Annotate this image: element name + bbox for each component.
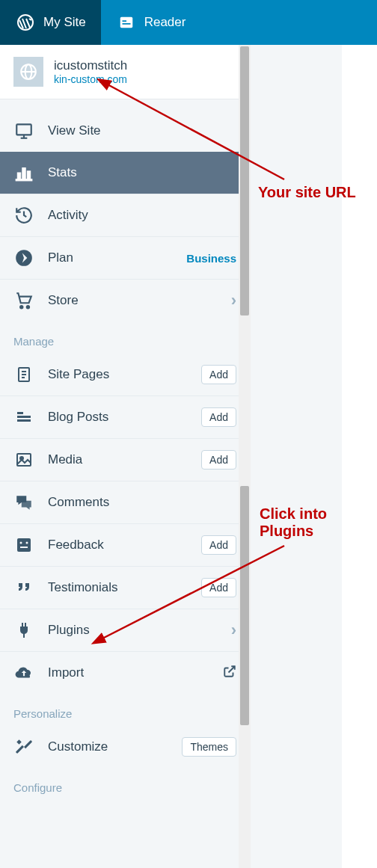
svg-rect-30 <box>22 623 23 627</box>
add-button[interactable]: Add <box>201 578 236 597</box>
site-url: kin-custom.com <box>54 73 127 85</box>
sidebar-item-customize[interactable]: Customize Themes <box>0 726 250 768</box>
svg-point-15 <box>20 306 22 308</box>
topbar-reader-label: Reader <box>144 15 186 30</box>
topbar: My Site Reader <box>0 0 377 45</box>
sidebar-item-plan[interactable]: Plan Business <box>0 236 250 279</box>
comments-icon <box>13 492 34 513</box>
content-area <box>251 45 342 868</box>
sidebar-item-label: Comments <box>48 495 236 510</box>
sidebar-item-sitepages[interactable]: Site Pages Add <box>0 354 250 395</box>
wordpress-icon <box>15 12 36 33</box>
sidebar-item-label: Feedback <box>48 538 188 552</box>
sidebar-item-label: Customize <box>48 739 168 754</box>
cloud-upload-icon <box>13 662 34 683</box>
plan-badge: Business <box>186 252 236 265</box>
annotation-url: Your site URL <box>258 184 356 201</box>
sidebar-item-import[interactable]: Import <box>0 651 250 694</box>
content-gap <box>343 45 377 482</box>
themes-button[interactable]: Themes <box>182 737 236 757</box>
sidebar: icustomstitch kin-custom.com View Site S… <box>0 45 251 868</box>
svg-rect-11 <box>22 168 25 179</box>
topbar-mysite-label: My Site <box>43 15 86 30</box>
quote-icon <box>13 577 34 598</box>
plan-icon <box>13 247 34 268</box>
svg-rect-29 <box>20 547 28 548</box>
image-icon <box>13 449 34 470</box>
sidebar-item-label: Site Pages <box>48 367 188 382</box>
sidebar-item-activity[interactable]: Activity <box>0 194 250 236</box>
feedback-icon <box>13 535 34 555</box>
section-manage: Manage <box>0 321 250 354</box>
add-button[interactable]: Add <box>201 407 236 427</box>
stats-icon <box>13 162 34 183</box>
sidebar-item-label: Store <box>48 293 218 308</box>
sidebar-item-label: Plan <box>48 250 173 265</box>
chevron-right-icon: › <box>231 621 236 640</box>
sidebar-item-label: View Site <box>48 123 236 138</box>
chevron-right-icon: › <box>231 291 236 310</box>
add-button[interactable]: Add <box>201 365 236 384</box>
sidebar-item-store[interactable]: Store › <box>0 279 250 321</box>
sidebar-item-label: Stats <box>48 165 236 180</box>
svg-rect-1 <box>120 17 132 28</box>
scrollbar-thumb-2[interactable] <box>240 486 249 725</box>
sidebar-item-plugins[interactable]: Plugins › <box>0 609 250 651</box>
sidebar-item-label: Blog Posts <box>48 410 188 425</box>
sidebar-item-label: Activity <box>48 208 236 223</box>
svg-rect-31 <box>25 623 26 627</box>
annotation-plugins: Click into Plugins <box>260 505 327 540</box>
site-info: icustomstitch kin-custom.com <box>54 58 127 85</box>
external-link-icon <box>223 665 236 682</box>
scrollbar-thumb[interactable] <box>240 46 249 316</box>
plug-icon <box>13 620 34 641</box>
posts-icon <box>13 407 34 428</box>
sidebar-item-label: Import <box>48 665 209 680</box>
svg-point-16 <box>27 306 29 308</box>
scrollbar[interactable] <box>239 45 251 868</box>
sidebar-item-testimonials[interactable]: Testimonials Add <box>0 566 250 609</box>
sidebar-item-label: Media <box>48 452 188 467</box>
svg-rect-22 <box>17 416 31 418</box>
topbar-mysite[interactable]: My Site <box>0 0 101 45</box>
sidebar-item-stats[interactable]: Stats <box>0 152 250 194</box>
svg-rect-3 <box>122 23 130 25</box>
sidebar-item-viewsite[interactable]: View Site <box>0 110 250 152</box>
svg-rect-23 <box>17 419 31 422</box>
sidebar-item-blogposts[interactable]: Blog Posts Add <box>0 395 250 438</box>
annotation-line2: Plugins <box>260 523 327 540</box>
svg-point-28 <box>26 542 28 544</box>
section-configure: Configure <box>0 768 250 800</box>
sidebar-item-label: Testimonials <box>48 580 188 595</box>
add-button[interactable]: Add <box>201 450 236 470</box>
svg-rect-13 <box>16 179 32 181</box>
svg-rect-26 <box>17 538 31 552</box>
sidebar-item-media[interactable]: Media Add <box>0 438 250 481</box>
sidebar-item-comments[interactable]: Comments <box>0 481 250 523</box>
tools-icon <box>13 736 34 757</box>
annotation-line1: Click into <box>260 505 327 523</box>
monitor-icon <box>13 120 34 141</box>
site-header[interactable]: icustomstitch kin-custom.com <box>0 45 250 99</box>
svg-rect-12 <box>27 171 30 179</box>
topbar-reader[interactable]: Reader <box>101 0 201 45</box>
svg-point-27 <box>20 542 22 544</box>
globe-icon <box>13 57 43 87</box>
sidebar-item-label: Plugins <box>48 623 218 638</box>
history-icon <box>13 205 34 226</box>
cart-icon <box>13 290 34 311</box>
svg-rect-7 <box>16 124 31 135</box>
content-gap-2 <box>343 710 377 721</box>
section-personalize: Personalize <box>0 694 250 726</box>
sidebar-item-feedback[interactable]: Feedback Add <box>0 523 250 566</box>
page-icon <box>13 364 34 385</box>
svg-rect-2 <box>122 20 126 22</box>
site-name: icustomstitch <box>54 58 127 73</box>
svg-rect-10 <box>17 173 20 179</box>
add-button[interactable]: Add <box>201 535 236 555</box>
svg-rect-21 <box>17 412 23 414</box>
reader-icon <box>116 12 137 33</box>
